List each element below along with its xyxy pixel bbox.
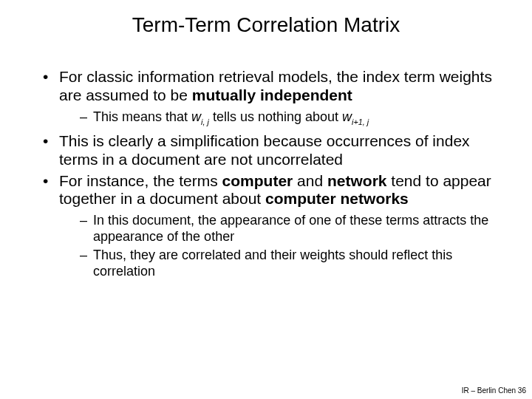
bullet-1-sub-1-pre: This means that	[93, 109, 191, 124]
bullet-3-sub-2-text: Thus, they are correlated and their weig…	[93, 248, 452, 279]
bullet-3-sublist: In this document, the appearance of one …	[59, 213, 502, 279]
bullet-3-bold3: computer networks	[265, 190, 409, 207]
bullet-3: For instance, the terms computer and net…	[43, 172, 502, 280]
bullet-2: This is clearly a simplification because…	[43, 132, 502, 169]
bullet-3-sub-2: Thus, they are correlated and their weig…	[80, 248, 502, 279]
slide-title: Term-Term Correlation Matrix	[30, 13, 502, 37]
bullet-3-bold1: computer	[222, 172, 293, 189]
bullet-2-text: This is clearly a simplification because…	[59, 132, 470, 168]
math-w1: w	[191, 109, 201, 124]
bullet-3-sub-1: In this document, the appearance of one …	[80, 213, 502, 245]
math-sub1: i, j	[201, 117, 209, 126]
bullet-3-sub-1-text: In this document, the appearance of one …	[93, 213, 488, 244]
bullet-1-bold: mutually independent	[192, 86, 352, 103]
bullet-1: For classic information retrieval models…	[43, 68, 502, 126]
bullet-3-bold2: network	[327, 172, 387, 189]
math-sub2: i+1, j	[352, 117, 369, 126]
bullet-1-sublist: This means that wi, j tells us nothing a…	[59, 109, 502, 127]
bullet-3-mid1: and	[293, 172, 327, 189]
slide-footer: IR – Berlin Chen 36	[462, 386, 526, 395]
bullet-1-sub-1: This means that wi, j tells us nothing a…	[80, 109, 502, 127]
bullet-list: For classic information retrieval models…	[30, 68, 502, 280]
math-w2: w	[342, 109, 352, 124]
slide: Term-Term Correlation Matrix For classic…	[0, 0, 532, 399]
bullet-1-sub-1-mid: tells us nothing about	[209, 109, 342, 124]
bullet-3-pre: For instance, the terms	[59, 172, 222, 189]
